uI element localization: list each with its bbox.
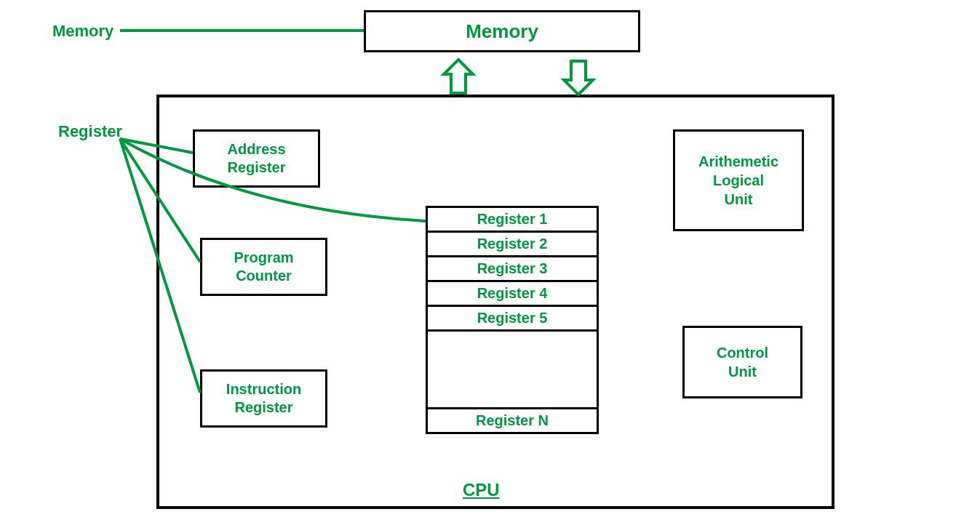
svg-line-2	[120, 139, 200, 262]
connector-lines	[0, 0, 980, 525]
svg-line-3	[120, 139, 200, 393]
